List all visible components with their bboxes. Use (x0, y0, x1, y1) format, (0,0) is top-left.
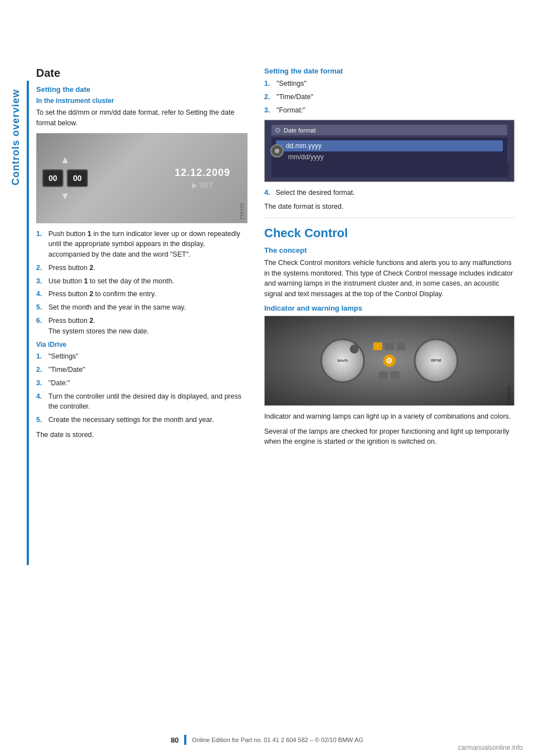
two-column-layout: Date Setting the date In the instrument … (36, 67, 515, 451)
date-stored-text: The date is stored. (36, 430, 248, 440)
date-format-label-1: dd.mm.yyyy (286, 142, 322, 150)
page-number: 80 (171, 736, 179, 744)
idrive-step-5: 5. Create the necessary settings for the… (36, 415, 248, 425)
format-step-2: 2. "Time/Date" (264, 92, 515, 102)
cluster-display: km/h ! ⚙ (265, 316, 514, 405)
instrument-steps-list: 1. Push button 1 in the turn indicator l… (36, 229, 248, 337)
footer: 80 Online Edition for Part no. 01 41 2 6… (0, 735, 534, 745)
date-format-image: ⊙ Date format ✓ dd.mm.yyyy mm/dd/yyyy (264, 120, 515, 182)
indicator-warning-title: Indicator and warning lamps (264, 304, 515, 312)
check-control-title: Check Control (264, 226, 515, 240)
idrive-step-4: 4. Turn the controller until the desired… (36, 391, 248, 413)
sidebar-label: Controls overview (10, 89, 26, 185)
step-5: 5. Set the month and the year in the sam… (36, 302, 248, 313)
format-stored-text: The date format is stored. (264, 202, 515, 212)
via-idrive-list: 1. "Settings" 2. "Time/Date" 3. "Date:" … (36, 351, 248, 425)
date-section-title: Date (36, 67, 248, 80)
date-format-opt-1: ✓ dd.mm.yyyy (276, 140, 503, 151)
content-area: Date Setting the date In the instrument … (36, 67, 515, 451)
right-gauge: RPM (414, 338, 458, 383)
step-1: 1. Push button 1 in the turn indicator l… (36, 229, 248, 260)
idrive-step-2: 2. "Time/Date" (36, 365, 248, 375)
idrive-step-3: 3. "Date:" (36, 378, 248, 389)
step-6: 6. Press button 2.The system stores the … (36, 316, 248, 337)
date-format-display: ⊙ Date format ✓ dd.mm.yyyy mm/dd/yyyy (265, 120, 514, 181)
the-concept-text: The Check Control monitors vehicle funct… (264, 258, 515, 300)
format-steps-list: 1. "Settings" 2. "Time/Date" 3. "Format:… (264, 78, 515, 115)
via-idrive-title: Via iDrive (36, 341, 248, 348)
footer-text: Online Edition for Part no. 01 41 2 604 … (192, 737, 363, 743)
center-indicators: ! ⚙ (373, 342, 406, 379)
idrive-step-1: 1. "Settings" (36, 351, 248, 362)
date-format-title-bar: ⊙ Date format (271, 125, 507, 135)
date-format-label-2: mm/dd/yyyy (288, 153, 324, 161)
date-format-window-title: Date format (284, 127, 315, 134)
the-concept-title: The concept (264, 246, 515, 254)
left-column: Date Setting the date In the instrument … (36, 67, 248, 451)
format-step4-text: Select the desired format. (275, 189, 354, 197)
date-format-opt-2: mm/dd/yyyy (276, 151, 503, 163)
blue-bar (27, 81, 29, 565)
footer-bar (184, 735, 186, 745)
date-value-display: 12.12.2009 (175, 167, 230, 179)
setting-date-format-title: Setting the date format (264, 67, 515, 75)
instrument-cluster-image: ▲ 00 00 ▼ 12.12.2009 ▶ SET 022411 (36, 133, 248, 223)
image-watermark-format: 022511 (506, 163, 512, 179)
cluster-inner: km/h ! ⚙ (284, 322, 496, 400)
date-format-options: ✓ dd.mm.yyyy mm/dd/yyyy (271, 138, 507, 177)
format-step-1: 1. "Settings" (264, 78, 515, 89)
format-step4-wrapper: 4. Select the desired format. (264, 188, 515, 198)
instrument-cluster-subtitle: In the instrument cluster (36, 97, 248, 105)
step-3: 3. Use button 1 to set the day of the mo… (36, 276, 248, 287)
separator-1 (264, 218, 515, 218)
format-step-3: 3. "Format:" (264, 105, 515, 116)
indicator-text-2: Several of the lamps are checked for pro… (264, 426, 515, 448)
warning-icon: ⚙ (383, 355, 395, 367)
image-watermark-cluster: 022311 (506, 386, 512, 403)
instrument-cluster-text: To set the dd/mm or mm/dd date format, r… (36, 107, 248, 129)
indicator-text-1: Indicator and warning lamps can light up… (264, 411, 515, 422)
instrument-display: ▲ 00 00 ▼ 12.12.2009 ▶ SET (37, 134, 247, 223)
step-4: 4. Press button 2 to confirm the entry. (36, 289, 248, 300)
left-gauge: km/h (320, 338, 365, 383)
setting-date-title: Setting the date (36, 85, 248, 94)
step-2: 2. Press button 2. (36, 263, 248, 273)
page-container: Controls overview Date Setting the date … (0, 0, 534, 756)
watermark-logo: carmanualsonline.info (458, 744, 523, 752)
right-column: Setting the date format 1. "Settings" 2.… (264, 67, 515, 451)
image-watermark-left: 022411 (239, 203, 245, 220)
set-label-display: ▶ SET (175, 181, 230, 189)
instrument-cluster-image-2: km/h ! ⚙ (264, 316, 515, 406)
